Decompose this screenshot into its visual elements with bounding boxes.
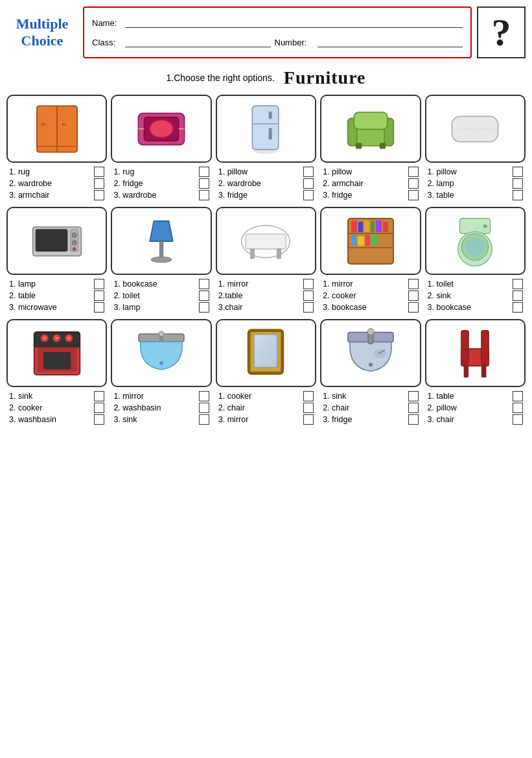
- svg-rect-18: [354, 112, 387, 129]
- option-item: 1. pillow: [323, 167, 418, 177]
- option-checkbox[interactable]: [199, 403, 209, 413]
- option-checkbox[interactable]: [199, 302, 209, 313]
- option-text: 2. chair: [218, 403, 245, 412]
- option-checkbox[interactable]: [513, 290, 523, 301]
- option-checkbox[interactable]: [94, 302, 104, 313]
- class-input[interactable]: [125, 37, 271, 47]
- option-checkbox[interactable]: [303, 190, 314, 200]
- option-checkbox[interactable]: [513, 391, 523, 401]
- option-checkbox[interactable]: [513, 302, 523, 313]
- option-item: 1. pillow: [428, 167, 523, 177]
- svg-point-53: [466, 237, 484, 255]
- options-list-q8: 1. mirror2.table3.chair: [216, 278, 316, 315]
- option-item: 1. mirror: [218, 279, 314, 289]
- option-checkbox[interactable]: [408, 414, 419, 425]
- option-item: 2.table: [218, 290, 314, 301]
- option-checkbox[interactable]: [94, 414, 104, 425]
- options-list-q11: 1. sink2. cooker3. washbasin: [6, 390, 107, 427]
- option-checkbox[interactable]: [303, 403, 314, 413]
- option-checkbox[interactable]: [303, 414, 314, 425]
- svg-point-68: [159, 331, 164, 337]
- instruction: 1.Choose the right options.: [166, 73, 274, 83]
- option-checkbox[interactable]: [408, 167, 419, 177]
- image-pillow: [425, 95, 526, 163]
- option-checkbox[interactable]: [94, 190, 104, 200]
- svg-rect-11: [253, 106, 279, 149]
- option-checkbox[interactable]: [94, 391, 104, 401]
- option-checkbox[interactable]: [199, 178, 209, 189]
- option-text: 3. bookcase: [323, 303, 366, 312]
- option-checkbox[interactable]: [513, 414, 523, 425]
- section-title: 1.Choose the right options. Furniture: [6, 67, 526, 88]
- option-checkbox[interactable]: [303, 391, 314, 401]
- svg-point-65: [67, 337, 70, 339]
- option-checkbox[interactable]: [513, 403, 523, 413]
- options-list-q15: 1. table2. pillow3. chair: [425, 390, 526, 427]
- option-checkbox[interactable]: [303, 302, 314, 313]
- option-text: 2. sink: [428, 291, 451, 300]
- option-text: 3. fridge: [323, 191, 352, 200]
- option-checkbox[interactable]: [199, 167, 209, 177]
- option-checkbox[interactable]: [199, 290, 209, 301]
- option-checkbox[interactable]: [408, 178, 419, 189]
- options-list-q5: 1. pillow2. lamp3. table: [425, 165, 526, 203]
- option-checkbox[interactable]: [94, 403, 104, 413]
- option-checkbox[interactable]: [303, 290, 314, 301]
- option-item: 2. wardrobe: [9, 178, 104, 189]
- image-table: [216, 207, 316, 275]
- option-checkbox[interactable]: [199, 391, 209, 401]
- option-item: 2. fridge: [113, 178, 209, 189]
- question-q2: 1. rug2. fridge3. wardrobe: [111, 95, 211, 203]
- image-mirror: [216, 319, 316, 387]
- option-item: 2. table: [9, 290, 104, 301]
- option-checkbox[interactable]: [94, 279, 104, 289]
- image-lamp: [111, 207, 211, 275]
- option-item: 2. lamp: [428, 178, 523, 189]
- option-text: 2.table: [218, 291, 243, 300]
- option-checkbox[interactable]: [408, 302, 419, 313]
- option-item: 2. chair: [218, 403, 314, 413]
- option-item: 3. fridge: [323, 414, 418, 425]
- option-text: 2. chair: [323, 403, 349, 412]
- options-list-q4: 1. pillow2. armchair3. fridge: [320, 165, 421, 203]
- option-checkbox[interactable]: [513, 167, 523, 177]
- option-item: 3. chair: [428, 414, 523, 425]
- option-checkbox[interactable]: [408, 391, 419, 401]
- option-text: 1. mirror: [323, 279, 353, 289]
- option-text: 1. rug: [9, 167, 30, 176]
- option-checkbox[interactable]: [408, 279, 419, 289]
- number-input[interactable]: [318, 37, 463, 47]
- option-item: 3. sink: [113, 414, 209, 425]
- svg-point-69: [159, 361, 163, 365]
- option-checkbox[interactable]: [408, 190, 419, 200]
- option-text: 3. sink: [113, 415, 137, 424]
- svg-point-63: [43, 337, 46, 339]
- questions-row-1: 1. rug2. wardrobe3. armchair 1. rug2. fr…: [6, 95, 526, 203]
- option-checkbox[interactable]: [94, 178, 104, 189]
- option-checkbox[interactable]: [513, 279, 523, 289]
- svg-rect-34: [246, 233, 286, 248]
- option-text: 2. wardrobe: [9, 179, 52, 188]
- option-checkbox[interactable]: [408, 290, 419, 301]
- options-list-q12: 1. mirror2. washbasin3. sink: [111, 390, 211, 427]
- option-checkbox[interactable]: [199, 414, 209, 425]
- option-checkbox[interactable]: [408, 403, 419, 413]
- option-checkbox[interactable]: [199, 279, 209, 289]
- option-checkbox[interactable]: [199, 190, 209, 200]
- option-checkbox[interactable]: [513, 178, 523, 189]
- option-checkbox[interactable]: [94, 290, 104, 301]
- option-checkbox[interactable]: [303, 178, 314, 189]
- option-checkbox[interactable]: [513, 190, 523, 200]
- svg-rect-40: [351, 220, 357, 232]
- option-checkbox[interactable]: [303, 279, 314, 289]
- option-checkbox[interactable]: [94, 167, 104, 177]
- question-q3: 1. pillow2. wardrobe3. fridge: [216, 95, 316, 203]
- option-checkbox[interactable]: [303, 167, 314, 177]
- question-q9: 1. mirror2. cooker3. bookcase: [320, 207, 421, 315]
- name-input[interactable]: [125, 18, 463, 28]
- option-item: 2. toilet: [113, 290, 209, 301]
- svg-point-27: [72, 233, 76, 237]
- svg-rect-35: [250, 248, 255, 259]
- option-item: 3. bookcase: [428, 302, 523, 313]
- option-item: 3. lamp: [113, 302, 209, 313]
